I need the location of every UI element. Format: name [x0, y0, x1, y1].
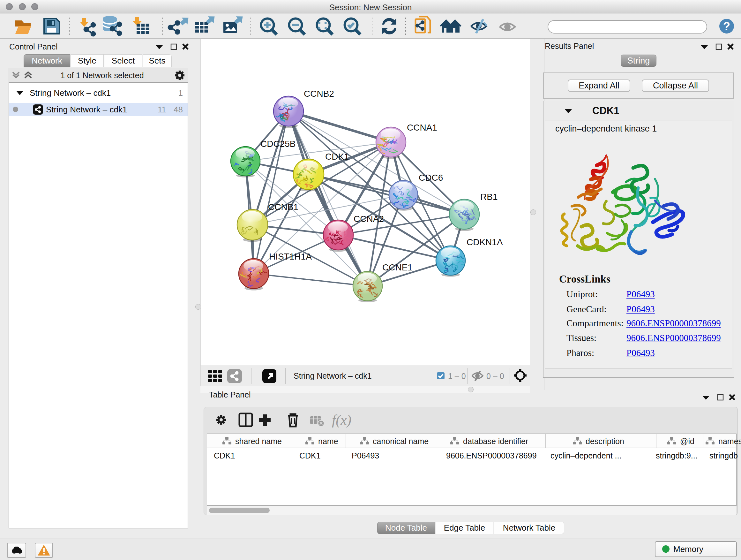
svg-text:RB1: RB1 [480, 192, 497, 202]
svg-text:HIST1H1A: HIST1H1A [269, 252, 312, 261]
svg-text:CCNE1: CCNE1 [382, 262, 413, 272]
svg-text:CDKN1A: CDKN1A [467, 237, 503, 247]
svg-text:f(x): f(x) [332, 412, 351, 428]
svg-text:CDC25B: CDC25B [260, 139, 295, 149]
svg-text:CDC6: CDC6 [419, 173, 443, 183]
svg-text:CDK1: CDK1 [325, 152, 349, 162]
svg-text:CCNA1: CCNA1 [407, 123, 437, 132]
svg-text:CCNB2: CCNB2 [304, 89, 334, 99]
svg-text:CCNA2: CCNA2 [354, 214, 384, 224]
svg-text:?: ? [723, 20, 730, 33]
svg-text:CCNB1: CCNB1 [268, 202, 298, 212]
